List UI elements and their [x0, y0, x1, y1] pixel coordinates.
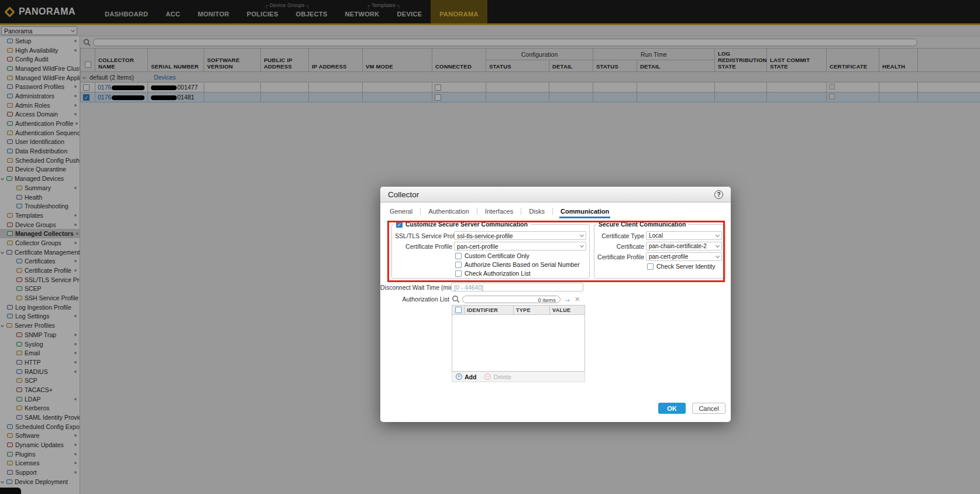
certificate-type-label: Certificate Type — [597, 232, 644, 239]
certificate-profile-label: Certificate Profile — [597, 253, 644, 260]
help-icon[interactable]: ? — [714, 190, 723, 199]
select-value: pan-cert-profile — [649, 253, 688, 260]
select-value: pan-chain-certificate-2 — [649, 243, 707, 249]
ssl-tls-service-profile-label: SSL/TLS Service Profile — [395, 232, 452, 239]
disconnect-wait-input[interactable]: [0 - 44640] — [451, 283, 583, 291]
authorize-clients-based-on-serial-number-label: Authorize Clients Based on Serial Number — [465, 261, 580, 268]
client-communication-section: Secure Client Communication Certificate … — [594, 224, 726, 279]
tab-separator — [521, 208, 521, 215]
checkbox-row-check-server-identity: Check Server Identity — [647, 263, 723, 270]
field-row-certificate: Certificatepan-chain-certificate-2 — [597, 242, 723, 251]
client-section-legend: Secure Client Communication — [596, 221, 688, 228]
authorization-select-all-checkbox[interactable] — [455, 307, 462, 313]
apply-filter-icon[interactable]: → — [564, 296, 571, 303]
authorization-filter-input[interactable]: 0 items — [462, 296, 561, 303]
certificate-profile-label: Certificate Profile — [395, 243, 452, 250]
authorization-list-row: Authorization List 0 items → ✕ — [380, 295, 580, 303]
dialog-header: Collector ? — [380, 187, 731, 203]
chevron-down-icon — [716, 243, 720, 248]
server-communication-section: ✓ Customize Secure Server Communication … — [391, 224, 590, 279]
field-row-certificate-profile: Certificate Profilepan-cert-profile — [395, 242, 586, 251]
authorization-select-all-cell — [452, 306, 464, 314]
authorization-col-type: TYPE — [513, 306, 549, 314]
dialog-actions: OK Cancel — [658, 403, 725, 414]
checkbox-row-check-authorization-list: Check Authorization List — [455, 270, 586, 277]
authorization-list-label: Authorization List — [380, 296, 449, 303]
customize-secure-server-checkbox[interactable]: ✓ — [396, 221, 403, 228]
certificate-label: Certificate — [597, 243, 644, 250]
item-count: 0 items — [538, 297, 556, 303]
chevron-down-icon — [580, 243, 584, 248]
tab-interfaces[interactable]: Interfaces — [484, 208, 514, 217]
delete-button: Delete — [493, 373, 511, 380]
clear-filter-icon[interactable]: ✕ — [575, 296, 580, 303]
checkbox-row-authorize-clients-based-on-serial-number: Authorize Clients Based on Serial Number — [455, 261, 586, 268]
authorize-clients-based-on-serial-number-checkbox[interactable] — [455, 262, 462, 268]
field-row-ssl-tls-service-profile: SSL/TLS Service Profilessl-tls-service-p… — [395, 231, 586, 240]
certificate-select[interactable]: pan-chain-certificate-2 — [646, 242, 722, 251]
check-server-identity-label: Check Server Identity — [656, 263, 715, 270]
certificate-profile-select[interactable]: pan-cert-profile — [646, 252, 722, 261]
chevron-down-icon — [716, 233, 720, 237]
select-value: pan-cert-profile — [457, 243, 498, 250]
client-section-checkboxes: Check Server Identity — [597, 263, 723, 270]
tab-separator — [552, 208, 553, 215]
add-button[interactable]: Add — [465, 373, 476, 380]
authorization-table-header: IDENTIFIER TYPE VALUE — [452, 305, 585, 315]
tab-communication[interactable]: Communication — [559, 208, 610, 217]
chevron-down-icon — [580, 233, 584, 237]
server-section-fields: SSL/TLS Service Profilessl-tls-service-p… — [395, 231, 586, 251]
custom-certificate-only-label: Custom Certificate Only — [465, 252, 529, 259]
collector-dialog: Collector ? GeneralAuthenticationInterfa… — [380, 187, 731, 422]
authorization-table-body — [452, 315, 585, 372]
tab-general[interactable]: General — [388, 208, 414, 217]
filter-search-icon — [452, 295, 460, 303]
delete-icon: − — [484, 373, 491, 380]
custom-certificate-only-checkbox[interactable] — [455, 253, 462, 259]
disconnect-wait-placeholder: [0 - 44640] — [454, 284, 483, 291]
client-section-legend-text: Secure Client Communication — [599, 221, 686, 228]
authorization-col-identifier: IDENTIFIER — [464, 306, 513, 314]
tab-disks[interactable]: Disks — [528, 208, 546, 217]
client-section-fields: Certificate TypeLocalCertificatepan-chai… — [597, 231, 723, 261]
disconnect-wait-label: Disconnect Wait Time (min) — [380, 284, 449, 291]
server-section-checkboxes: Custom Certificate OnlyAuthorize Clients… — [395, 252, 586, 277]
certificate-profile-select[interactable]: pan-cert-profile — [454, 242, 586, 251]
check-authorization-list-label: Check Authorization List — [465, 270, 531, 277]
chevron-down-icon — [716, 254, 720, 258]
tab-authentication[interactable]: Authentication — [427, 208, 470, 217]
select-value: ssl-tls-service-profile — [457, 232, 513, 239]
authorization-col-value: VALUE — [549, 306, 584, 314]
dialog-title: Collector — [388, 190, 419, 199]
dialog-tabs: GeneralAuthenticationInterfacesDisksComm… — [388, 208, 610, 217]
add-icon[interactable]: + — [456, 373, 462, 380]
certificate-type-select[interactable]: Local — [646, 231, 722, 240]
ssl-tls-service-profile-select[interactable]: ssl-tls-service-profile — [454, 231, 586, 240]
field-row-certificate-type: Certificate TypeLocal — [597, 231, 723, 240]
check-authorization-list-checkbox[interactable] — [455, 270, 462, 277]
ok-button[interactable]: OK — [658, 403, 686, 414]
check-server-identity-checkbox[interactable] — [647, 263, 654, 270]
authorization-list-table: IDENTIFIER TYPE VALUE + Add − Delete — [452, 305, 585, 382]
cancel-button[interactable]: Cancel — [692, 403, 725, 414]
tab-separator — [477, 208, 477, 215]
tab-separator — [420, 208, 421, 215]
server-section-legend-text: Customize Secure Server Communication — [405, 221, 528, 228]
dialog-body: GeneralAuthenticationInterfacesDisksComm… — [380, 203, 731, 422]
server-section-legend: ✓ Customize Secure Server Communication — [394, 221, 530, 228]
select-value: Local — [649, 232, 663, 239]
field-row-certificate-profile: Certificate Profilepan-cert-profile — [597, 252, 723, 261]
authorization-table-footer: + Add − Delete — [452, 372, 585, 382]
disconnect-wait-row: Disconnect Wait Time (min) [0 - 44640] — [380, 283, 583, 291]
checkbox-row-custom-certificate-only: Custom Certificate Only — [455, 252, 586, 259]
